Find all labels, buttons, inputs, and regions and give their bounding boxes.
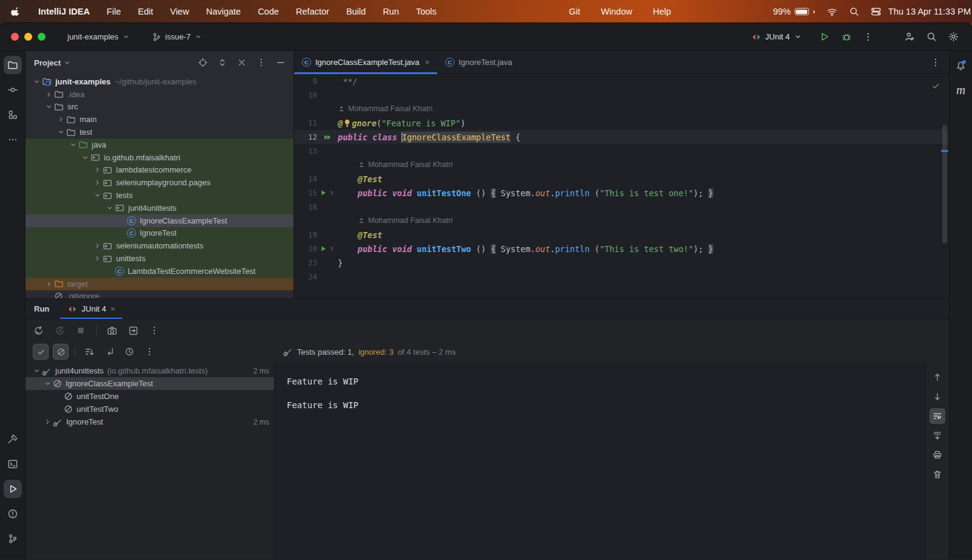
tree-item-target[interactable]: target [26,278,293,290]
minimize-window-button[interactable] [24,33,32,41]
console-arrow-down-button[interactable] [929,389,945,405]
fold-chevron-icon[interactable] [328,189,336,197]
chevron-right-icon[interactable] [92,166,103,174]
run-class-gutter-icon[interactable] [323,133,332,142]
show-passed-button[interactable] [33,344,49,360]
editor-scrollbar[interactable] [942,125,947,244]
chevron-down-icon[interactable] [32,78,42,86]
code-line-15[interactable]: 15 public void unitTestOne () { System.o… [294,186,949,200]
run-window-label[interactable]: Run [34,304,49,313]
close-tab-icon[interactable]: × [425,58,430,67]
more-vertical-button[interactable] [142,344,157,360]
console-clear-button[interactable] [929,466,945,482]
rerun-failed-button[interactable] [52,323,67,338]
inspections-ok-icon[interactable] [931,81,940,90]
tool-stripe-more-horizontal-button[interactable] [4,131,22,149]
console-arrow-up-button[interactable] [929,369,945,385]
project-header-close-x-button[interactable] [235,56,248,69]
chevron-right-icon[interactable] [43,418,53,426]
tree-item-lambdatestecommercewebsitetest[interactable]: C LambdaTestEcommerceWebsiteTest [26,265,293,278]
tree-item-test[interactable]: test [26,126,293,138]
wifi-icon[interactable] [827,7,837,17]
code-line-14[interactable]: 14 @Test [294,172,949,186]
chevron-right-icon[interactable] [92,242,103,250]
editor-area[interactable]: 9 **/ 10 Mohammad Faisal Khatri 11 @gnor… [294,74,949,298]
tool-stripe-structure-button[interactable] [4,106,22,124]
menu-item-file[interactable]: File [107,7,121,16]
junit-run-tab[interactable]: JUnit 4 × [60,299,122,319]
battery-indicator[interactable]: 99% [773,7,815,16]
sort-duration-button[interactable] [81,344,97,360]
tree-item-src[interactable]: src [26,101,293,114]
tree-item-unittests[interactable]: unittests [26,252,293,265]
tree-item-lambdatestcommerce[interactable]: lambdatestcommerce [26,164,293,177]
chevron-down-icon[interactable] [43,380,53,388]
menu-item-build[interactable]: Build [346,7,366,16]
run-button[interactable] [815,29,833,46]
code-line-24[interactable]: 24 [294,270,949,284]
code-line-10[interactable]: 10 [294,88,949,102]
run-test-gutter-icon[interactable] [320,245,327,253]
editor-tab-ignoreclassexampletest-java[interactable]: C IgnoreClassExampleTest.java × [294,51,437,73]
editor-options-button[interactable] [931,58,940,67]
code-line-12[interactable]: 12 public class IgnoreClassExampleTest { [294,130,949,144]
tree-item-seleniumplayground.pages[interactable]: seleniumplayground.pages [26,176,293,189]
code-line-23[interactable]: 23 } [294,256,949,270]
settings-button[interactable] [944,29,962,46]
chevron-down-icon[interactable] [104,204,115,212]
tree-item-junit4unittests[interactable]: junit4unittests [26,202,293,214]
project-panel-title[interactable]: Project [34,58,71,67]
tool-stripe-commit-button[interactable] [4,81,22,99]
code-line-19[interactable]: 19 @Test [294,228,949,242]
chevron-right-icon[interactable] [92,179,103,186]
apple-menu-icon[interactable] [11,7,21,17]
code-line-11[interactable]: 11 @gnore("Feature is WIP") [294,116,949,130]
menu-item-navigate[interactable]: Navigate [206,7,241,16]
notifications-button[interactable] [952,56,970,74]
chevron-down-icon[interactable] [56,128,66,136]
menu-item-git[interactable]: Git [569,7,581,16]
tree-item-seleniumautomationtests[interactable]: seleniumautomationtests [26,239,293,252]
close-tab-icon[interactable]: × [111,304,115,313]
code-line-13[interactable]: 13 [294,144,949,158]
close-window-button[interactable] [11,33,19,41]
code-with-me-button[interactable] [900,29,919,46]
test-node-ignoretest[interactable]: IgnoreTest 2 ms [26,415,274,428]
fold-chevron-icon[interactable] [328,245,336,253]
more-actions-button[interactable] [859,29,877,46]
tree-item-ignoreclassexampletest[interactable]: C IgnoreClassExampleTest [26,214,293,227]
project-header-hide-minus-button[interactable] [274,56,287,69]
chevron-down-icon[interactable] [92,191,103,199]
menu-item-refactor[interactable]: Refactor [296,7,329,16]
history-button[interactable] [122,344,137,360]
control-center-icon[interactable] [871,7,881,16]
console-scroll-end-button[interactable] [929,428,945,443]
chevron-right-icon[interactable] [44,90,54,98]
tool-stripe-build-hammer-button[interactable] [4,430,22,448]
test-node-junit4unittests[interactable]: junit4unittests (io.github.mfaisalkhatri… [26,364,274,377]
tool-stripe-version-control-button[interactable] [4,530,22,548]
menu-item-tools[interactable]: Tools [416,7,437,16]
zoom-window-button[interactable] [38,33,46,41]
console-print-button[interactable] [929,447,945,463]
search-everywhere-button[interactable] [922,29,940,46]
run-test-gutter-icon[interactable] [320,189,327,197]
test-node-ignoreclassexampletest[interactable]: IgnoreClassExampleTest [26,377,274,390]
menu-item-code[interactable]: Code [258,7,279,16]
chevron-down-icon[interactable] [68,141,78,149]
tree-item-main[interactable]: main [26,113,293,126]
chevron-right-icon[interactable] [44,280,54,288]
run-configuration-selector[interactable]: JUnit 4 [751,32,802,42]
test-node-unittestone[interactable]: unitTestOne [26,390,274,403]
menu-item-view[interactable]: View [170,7,189,16]
tree-item-io.github.mfaisalkhatri[interactable]: io.github.mfaisalkhatri [26,151,293,164]
code-line-9[interactable]: 9 **/ [294,74,949,88]
tool-stripe-run-play-button[interactable] [4,480,22,498]
tree-item-gitignore[interactable]: .gitignore [26,290,293,298]
debug-button[interactable] [837,29,855,46]
tree-item-idea[interactable]: .idea [26,88,293,101]
project-widget[interactable]: junit-examples [67,32,130,41]
tree-item-java[interactable]: java [26,138,293,151]
spotlight-icon[interactable] [849,7,859,16]
tool-stripe-problems-button[interactable] [4,505,22,523]
